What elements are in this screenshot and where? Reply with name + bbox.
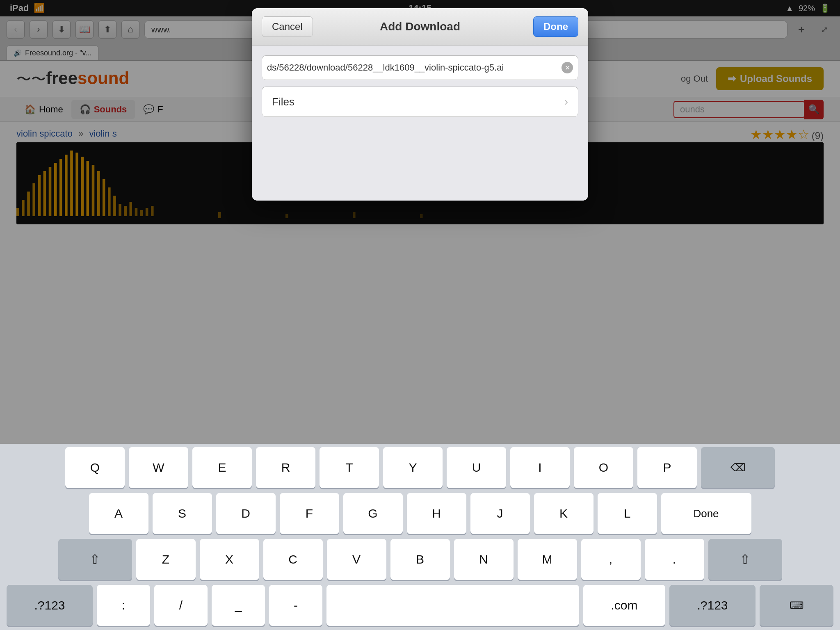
key-u[interactable]: U	[447, 447, 506, 488]
key-n[interactable]: N	[454, 539, 514, 580]
key-colon[interactable]: :	[97, 585, 150, 626]
done-button[interactable]: Done	[533, 16, 578, 37]
keyboard-row-4: .?123 : / _ - .com .?123 ⌨	[0, 582, 840, 630]
modal-header: Cancel Add Download Done	[252, 8, 588, 46]
key-j[interactable]: J	[470, 493, 530, 534]
key-f[interactable]: F	[280, 493, 339, 534]
key-x[interactable]: X	[200, 539, 259, 580]
key-delete[interactable]: ⌫	[701, 447, 775, 488]
key-g[interactable]: G	[343, 493, 403, 534]
files-label: Files	[272, 96, 294, 108]
key-r[interactable]: R	[256, 447, 315, 488]
key-m[interactable]: M	[518, 539, 577, 580]
key-y[interactable]: Y	[383, 447, 443, 488]
key-t[interactable]: T	[320, 447, 379, 488]
cancel-button[interactable]: Cancel	[262, 16, 313, 37]
key-dash[interactable]: -	[269, 585, 322, 626]
modal-title: Add Download	[380, 20, 460, 33]
keyboard-row-3: ⇧ Z X C V B N M , . ⇧	[0, 536, 840, 582]
url-input-container[interactable]: ✕	[262, 55, 578, 80]
files-row[interactable]: Files ›	[262, 87, 578, 117]
key-slash[interactable]: /	[154, 585, 208, 626]
key-o[interactable]: O	[574, 447, 633, 488]
key-v[interactable]: V	[327, 539, 386, 580]
key-keyboard-hide[interactable]: ⌨	[760, 585, 833, 626]
add-download-modal: Cancel Add Download Done ✕ Files ›	[252, 8, 588, 201]
key-h[interactable]: H	[407, 493, 466, 534]
chevron-right-icon: ›	[564, 95, 568, 108]
key-s[interactable]: S	[153, 493, 212, 534]
key-comma[interactable]: ,	[581, 539, 641, 580]
clear-input-button[interactable]: ✕	[562, 62, 573, 73]
key-shift-right[interactable]: ⇧	[708, 539, 782, 580]
key-underscore[interactable]: _	[212, 585, 265, 626]
key-b[interactable]: B	[390, 539, 450, 580]
key-q[interactable]: Q	[65, 447, 125, 488]
url-input[interactable]	[267, 62, 562, 73]
key-l[interactable]: L	[598, 493, 657, 534]
key-period[interactable]: .	[645, 539, 704, 580]
keyboard-row-1: Q W E R T Y U I O P ⌫	[0, 444, 840, 490]
key-z[interactable]: Z	[136, 539, 196, 580]
key-p[interactable]: P	[637, 447, 697, 488]
key-number-left[interactable]: .?123	[7, 585, 93, 626]
modal-body: ✕ Files ›	[252, 46, 588, 127]
key-shift-left[interactable]: ⇧	[58, 539, 132, 580]
keyboard: Q W E R T Y U I O P ⌫ A S D F G H J K L …	[0, 444, 840, 630]
key-w[interactable]: W	[129, 447, 188, 488]
keyboard-row-2: A S D F G H J K L Done	[0, 490, 840, 536]
key-i[interactable]: I	[510, 447, 570, 488]
key-k[interactable]: K	[534, 493, 593, 534]
key-a[interactable]: A	[89, 493, 148, 534]
key-dotcom[interactable]: .com	[583, 585, 665, 626]
key-number-right[interactable]: .?123	[669, 585, 756, 626]
key-space[interactable]	[326, 585, 579, 626]
modal-spacer	[252, 127, 588, 201]
key-d[interactable]: D	[216, 493, 276, 534]
key-c[interactable]: C	[263, 539, 323, 580]
key-done[interactable]: Done	[661, 493, 751, 534]
key-e[interactable]: E	[192, 447, 252, 488]
